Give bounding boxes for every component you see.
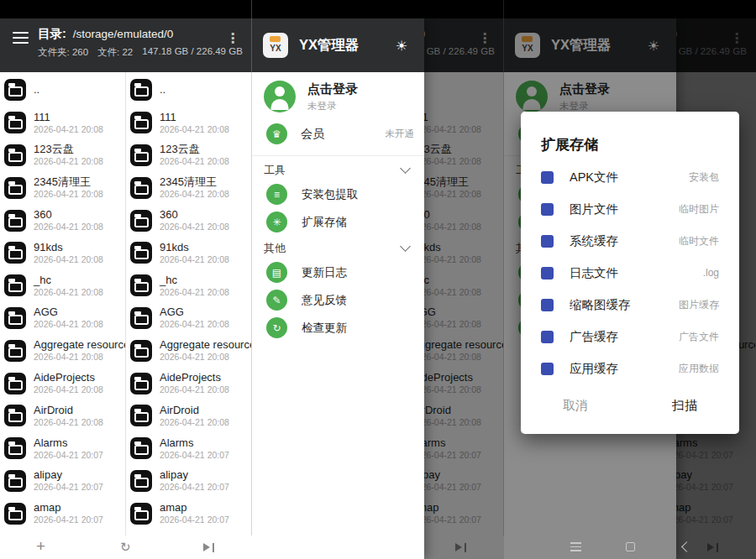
- file-row[interactable]: 360 2026-04-21 20:08: [0, 204, 125, 237]
- directory-label: 目录:: [38, 26, 66, 42]
- file-row[interactable]: Aggregate resources 2026-04-21 20:08: [126, 334, 251, 367]
- file-date: 2026-04-21 20:08: [34, 319, 103, 330]
- back-icon[interactable]: [681, 541, 692, 552]
- file-date: 2026-04-21 20:07: [34, 515, 103, 525]
- app-title: YX管理器: [299, 36, 385, 55]
- hamburger-menu-icon[interactable]: [13, 32, 29, 72]
- file-row[interactable]: 111 2026-04-21 20:08: [126, 107, 251, 139]
- dialog-item[interactable]: 图片文件 临时图片: [541, 193, 719, 225]
- drawer-item[interactable]: ▤ 更新日志: [252, 259, 424, 286]
- refresh-icon[interactable]: ↻: [120, 540, 131, 555]
- drawer-item[interactable]: ≡ 安装包提取: [252, 180, 424, 208]
- extend-storage-dialog: 扩展存储 APK文件 安装包 图片文件 临时图片 系统缓存 临时文件 日志文件 …: [521, 112, 739, 434]
- file-row[interactable]: amap 2026-04-21 20:07: [126, 497, 251, 530]
- folder-icon: [130, 503, 152, 525]
- file-row[interactable]: AideProjects 2026-04-21 20:08: [0, 367, 125, 400]
- vip-label: 会员: [301, 127, 372, 142]
- add-icon[interactable]: +: [36, 537, 45, 556]
- folder-icon: [130, 177, 152, 199]
- dialog-item[interactable]: 缩略图缓存 图片缓存: [541, 289, 719, 321]
- theme-sun-icon[interactable]: ☀: [396, 38, 407, 54]
- kebab-menu-icon[interactable]: ⋮: [223, 30, 242, 72]
- drawer-item[interactable]: ✳ 扩展存储: [252, 208, 424, 236]
- dialog-item-list: APK文件 安装包 图片文件 临时图片 系统缓存 临时文件 日志文件 .log …: [541, 161, 719, 384]
- file-name: AirDroid: [160, 404, 229, 417]
- login-subtitle: 未登录: [307, 100, 358, 112]
- file-row[interactable]: AirDroid 2026-04-21 20:08: [126, 400, 251, 432]
- file-name: Aggregate resources: [160, 338, 251, 352]
- folder-icon: [4, 274, 26, 296]
- dialog-item[interactable]: 系统缓存 临时文件: [541, 225, 719, 257]
- file-row[interactable]: Alarms 2026-04-21 20:07: [126, 432, 251, 465]
- section-tools[interactable]: 工具: [252, 158, 424, 180]
- file-row[interactable]: 91kds 2026-04-21 20:08: [0, 237, 125, 269]
- drawer-screen: 目录: /storage/emulated/0 文件夹: 260 文件: 22 …: [252, 0, 504, 559]
- file-row[interactable]: 123云盘 2026-04-21 20:08: [126, 139, 251, 172]
- dialog-item[interactable]: APK文件 安装包: [541, 161, 719, 193]
- file-row[interactable]: ..: [126, 74, 251, 107]
- file-row[interactable]: AGG 2026-04-21 20:08: [126, 302, 251, 335]
- avatar-person-icon: [264, 81, 296, 112]
- login-row[interactable]: 点击登录 未登录: [252, 72, 424, 118]
- file-list-column-left: .. 111 2026-04-21 20:08 123云盘 2026-04-21…: [0, 72, 125, 559]
- folders-count: 文件夹: 260: [38, 46, 88, 59]
- vip-row[interactable]: ♛ 会员 未开通: [252, 118, 424, 150]
- checkbox-checked-icon[interactable]: [541, 235, 554, 248]
- file-date: 2026-04-21 20:08: [160, 156, 229, 167]
- checkbox-checked-icon[interactable]: [541, 299, 554, 311]
- home-icon[interactable]: [626, 542, 635, 551]
- folder-icon: [130, 112, 152, 133]
- folder-icon: [4, 340, 26, 362]
- checkbox-checked-icon[interactable]: [541, 331, 554, 343]
- checkbox-checked-icon[interactable]: [541, 267, 554, 280]
- file-name: _hc: [160, 274, 229, 287]
- scan-button[interactable]: 扫描: [630, 398, 739, 414]
- file-row[interactable]: AGG 2026-04-21 20:08: [0, 302, 125, 335]
- drawer-item[interactable]: ✎ 意见反馈: [252, 286, 424, 314]
- folder-icon: [130, 79, 152, 101]
- folder-icon: [4, 242, 26, 264]
- file-row[interactable]: Alarms 2026-04-21 20:07: [0, 432, 125, 465]
- file-row[interactable]: _hc 2026-04-21 20:08: [0, 269, 125, 302]
- dialog-item[interactable]: 日志文件 .log: [541, 257, 719, 289]
- file-row[interactable]: alipay 2026-04-21 20:07: [0, 465, 125, 498]
- menu-icon[interactable]: [570, 542, 581, 551]
- file-row[interactable]: 111 2026-04-21 20:08: [0, 107, 125, 139]
- drawer-scrim[interactable]: [424, 0, 504, 559]
- file-row[interactable]: Aggregate resources 2026-04-21 20:08: [0, 334, 125, 367]
- skip-next-icon[interactable]: [203, 543, 214, 552]
- dialog-item[interactable]: 广告缓存 广告文件: [541, 321, 719, 353]
- cancel-button[interactable]: 取消: [521, 398, 630, 414]
- drawer-item[interactable]: ↻ 检查更新: [252, 314, 424, 342]
- file-date: 2026-04-21 20:07: [160, 515, 229, 525]
- file-list-column-right: .. 111 2026-04-21 20:08 123云盘 2026-04-21…: [126, 72, 251, 559]
- file-row[interactable]: _hc 2026-04-21 20:08: [126, 269, 251, 302]
- folder-icon: [4, 112, 26, 133]
- file-row[interactable]: 360 2026-04-21 20:08: [126, 204, 251, 237]
- directory-path: /storage/emulated/0: [73, 28, 173, 40]
- file-name: 2345清理王: [160, 175, 229, 189]
- section-others[interactable]: 其他: [252, 236, 424, 259]
- file-name: 91kds: [34, 241, 103, 254]
- file-row[interactable]: amap 2026-04-21 20:07: [0, 497, 125, 530]
- file-row[interactable]: 2345清理王 2026-04-21 20:08: [0, 171, 125, 204]
- file-row[interactable]: AirDroid 2026-04-21 20:08: [0, 400, 125, 432]
- broom-icon: ✳: [266, 212, 287, 232]
- file-row[interactable]: 2345清理王 2026-04-21 20:08: [126, 171, 251, 204]
- file-date: 2026-04-21 20:08: [34, 254, 103, 265]
- file-row[interactable]: alipay 2026-04-21 20:07: [126, 465, 251, 498]
- section-others-items: ▤ 更新日志 ✎ 意见反馈 ↻ 检查更新: [252, 259, 424, 342]
- dialog-item[interactable]: 应用缓存 应用数据: [541, 353, 719, 384]
- file-date: 2026-04-21 20:08: [34, 352, 125, 363]
- file-row[interactable]: AideProjects 2026-04-21 20:08: [126, 367, 251, 400]
- folder-icon: [4, 503, 26, 525]
- file-row[interactable]: 91kds 2026-04-21 20:08: [126, 237, 251, 269]
- file-name: ..: [34, 83, 39, 97]
- file-row[interactable]: ..: [0, 74, 125, 107]
- checkbox-checked-icon[interactable]: [541, 203, 554, 216]
- checkbox-checked-icon[interactable]: [541, 171, 554, 184]
- file-date: 2026-04-21 20:08: [34, 222, 103, 232]
- file-date: 2026-04-21 20:08: [160, 287, 229, 298]
- file-row[interactable]: 123云盘 2026-04-21 20:08: [0, 139, 125, 172]
- checkbox-checked-icon[interactable]: [541, 363, 554, 375]
